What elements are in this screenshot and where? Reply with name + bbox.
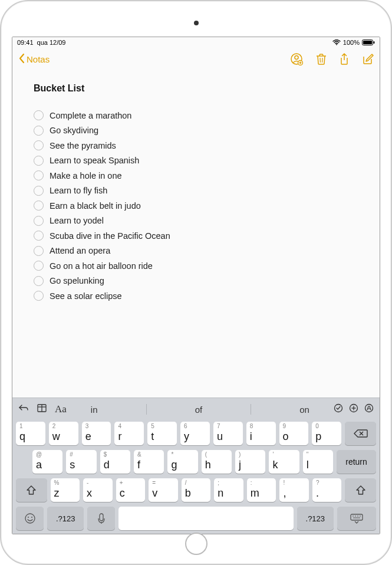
check-circle-icon[interactable]	[34, 231, 44, 241]
check-item-label[interactable]: Make a hole in one	[50, 171, 122, 180]
shift-key[interactable]	[16, 478, 47, 502]
add-person-icon[interactable]	[290, 52, 303, 65]
camera-dot	[194, 21, 199, 25]
check-circle-icon[interactable]	[34, 170, 44, 180]
key-u[interactable]: 7u	[213, 422, 243, 445]
note-body[interactable]: Bucket List Complete a marathonGo skydiv…	[12, 70, 380, 398]
check-circle-icon[interactable]	[34, 246, 44, 256]
share-icon[interactable]	[340, 53, 349, 65]
check-circle-icon[interactable]	[34, 156, 44, 166]
key-g[interactable]: *g	[167, 450, 197, 474]
key-r[interactable]: 4r	[114, 422, 144, 445]
key-a[interactable]: @a	[32, 450, 62, 474]
check-circle-icon[interactable]	[34, 186, 44, 196]
check-item[interactable]: Go on a hot air balloon ride	[34, 258, 358, 274]
key-n[interactable]: ;n	[214, 478, 243, 502]
suggestion-2[interactable]: of	[195, 405, 203, 415]
check-item-label[interactable]: Go skydiving	[50, 126, 98, 135]
check-item[interactable]: Attend an opera	[34, 244, 358, 259]
checklist-icon[interactable]	[334, 403, 343, 415]
check-item[interactable]: Learn to fly fish	[34, 183, 358, 199]
key-t[interactable]: 5t	[147, 422, 177, 445]
check-item-label[interactable]: Learn to fly fish	[50, 186, 107, 195]
home-button[interactable]	[185, 533, 207, 555]
key-.[interactable]: ?.	[312, 478, 342, 502]
key-v[interactable]: =v	[149, 478, 178, 502]
hide-keyboard-key[interactable]	[337, 507, 376, 530]
check-item[interactable]: Go skydiving	[34, 123, 358, 139]
nav-bar: Notas	[12, 48, 380, 70]
back-button[interactable]: Notas	[18, 53, 50, 65]
check-circle-icon[interactable]	[34, 126, 44, 136]
check-circle-icon[interactable]	[34, 216, 44, 226]
key-label: return	[345, 457, 367, 467]
trash-icon[interactable]	[316, 53, 327, 65]
check-item[interactable]: Make a hole in one	[34, 168, 358, 183]
backspace-key[interactable]	[345, 422, 376, 445]
check-item[interactable]: See a solar eclipse	[34, 288, 358, 304]
key-w[interactable]: 2w	[49, 422, 78, 445]
check-item[interactable]: Complete a marathon	[34, 108, 358, 123]
key-m[interactable]: :m	[247, 478, 276, 502]
numsym-key-right[interactable]: .?123	[297, 507, 334, 530]
suggestion-1[interactable]: in	[91, 405, 98, 415]
return-key[interactable]: return	[337, 450, 376, 474]
key-d[interactable]: $d	[100, 450, 130, 474]
check-item[interactable]: Go spelunking	[34, 274, 358, 289]
check-item-label[interactable]: Attend an opera	[50, 246, 110, 255]
check-item[interactable]: See the pyramids	[34, 138, 358, 153]
check-item[interactable]: Learn to speak Spanish	[34, 153, 358, 169]
numsym-key[interactable]: .?123	[47, 507, 84, 530]
compose-icon[interactable]	[362, 53, 374, 65]
emoji-key[interactable]	[16, 507, 44, 530]
add-attachment-icon[interactable]	[349, 403, 358, 415]
undo-icon[interactable]	[18, 404, 29, 415]
check-item[interactable]: Scuba dive in the Pacific Ocean	[34, 228, 358, 244]
format-icon[interactable]: Aa	[55, 403, 67, 415]
check-circle-icon[interactable]	[34, 110, 44, 120]
key-j[interactable]: )j	[235, 450, 265, 474]
mic-key[interactable]	[87, 507, 115, 530]
table-icon[interactable]	[37, 404, 47, 415]
check-item-label[interactable]: Earn a black belt in judo	[50, 201, 141, 211]
space-key[interactable]	[118, 507, 294, 530]
check-circle-icon[interactable]	[34, 261, 44, 271]
key-alt-label: 6	[184, 423, 187, 429]
check-circle-icon[interactable]	[34, 140, 44, 150]
key-l[interactable]: "l	[303, 450, 333, 474]
key-x[interactable]: -x	[83, 478, 113, 502]
key-b[interactable]: /b	[182, 478, 211, 502]
key-c[interactable]: +c	[116, 478, 146, 502]
check-item-label[interactable]: Learn to yodel	[50, 216, 104, 225]
check-circle-icon[interactable]	[34, 276, 44, 286]
check-item-label[interactable]: Scuba dive in the Pacific Ocean	[50, 231, 170, 241]
key-i[interactable]: 8i	[246, 422, 276, 445]
key-,[interactable]: !,	[279, 478, 309, 502]
key-e[interactable]: 3e	[82, 422, 111, 445]
key-h[interactable]: (h	[202, 450, 232, 474]
check-item-label[interactable]: Go on a hot air balloon ride	[50, 261, 153, 271]
check-circle-icon[interactable]	[34, 291, 44, 301]
key-z[interactable]: %z	[51, 478, 80, 502]
key-f[interactable]: &f	[134, 450, 164, 474]
key-s[interactable]: #s	[66, 450, 96, 474]
markup-icon[interactable]	[364, 403, 374, 415]
check-circle-icon[interactable]	[34, 201, 44, 211]
check-item-label[interactable]: Go spelunking	[50, 276, 104, 285]
key-p[interactable]: 0p	[312, 422, 341, 445]
ipad-frame: 09:41 qua 12/09 100% Notas	[0, 0, 392, 565]
check-item-label[interactable]: Complete a marathon	[50, 111, 131, 120]
key-label: c	[120, 487, 125, 500]
check-item-label[interactable]: See a solar eclipse	[50, 291, 122, 301]
note-title[interactable]: Bucket List	[34, 83, 358, 94]
suggestion-3[interactable]: on	[299, 405, 309, 415]
check-item[interactable]: Learn to yodel	[34, 213, 358, 229]
key-o[interactable]: 9o	[279, 422, 309, 445]
check-item[interactable]: Earn a black belt in judo	[34, 198, 358, 213]
key-y[interactable]: 6y	[180, 422, 210, 445]
shift-key-right[interactable]	[345, 478, 376, 502]
key-k[interactable]: 'k	[269, 450, 299, 474]
check-item-label[interactable]: Learn to speak Spanish	[50, 156, 139, 165]
key-q[interactable]: 1q	[16, 422, 45, 445]
check-item-label[interactable]: See the pyramids	[50, 141, 116, 150]
